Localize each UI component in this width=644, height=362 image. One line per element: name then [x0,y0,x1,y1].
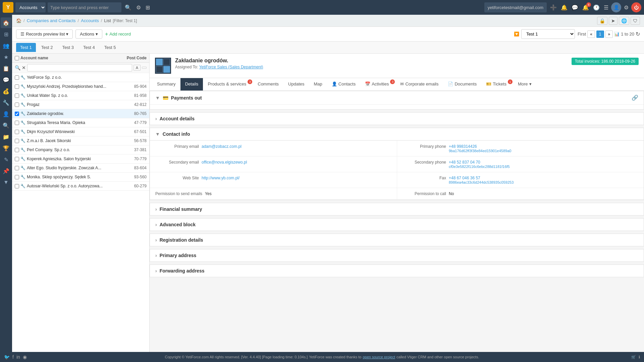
row-checkbox[interactable] [15,112,19,116]
row-checkbox[interactable] [15,148,19,152]
list-search-icon[interactable]: 🔍 [15,65,20,70]
tab-test4[interactable]: Test 4 [79,43,99,52]
list-item[interactable]: 🔧 Unikat Water Sp. z o.o. 81-958 [12,91,149,100]
list-item[interactable]: 🔧 Myszyński Andrzej. Przedsiębiorstwo ha… [12,82,149,91]
search-input[interactable] [48,2,121,12]
breadcrumb-shield-icon[interactable]: 🛡 [631,17,640,25]
user-email-button[interactable]: yetiforcetestmail@gmail.com [484,2,547,12]
grid-view-icon[interactable]: ⊞ [144,3,151,12]
row-checkbox[interactable] [15,166,19,170]
row-wrench-button[interactable]: 🔧 [20,129,25,134]
tab-contacts[interactable]: 👤 Contacts [327,78,360,90]
records-preview-button[interactable]: ☰ Records preview list ▾ [16,29,73,39]
row-checkbox[interactable] [15,121,19,125]
row-wrench-button[interactable]: 🔧 [20,111,25,116]
list-item[interactable]: 🔧 Koperek Agnieszka. Salon fryzjerski 70… [12,155,149,164]
breadcrumb-home[interactable]: 🏠 [16,18,21,23]
tab-comments[interactable]: Comments [253,78,283,90]
tab-documents[interactable]: 📄 Documents [443,78,481,90]
row-checkbox[interactable] [15,130,19,134]
list-search-input[interactable] [27,64,132,71]
cart-icon[interactable]: 🛒 [631,355,636,359]
forwarding-address-header[interactable]: › Forwarding address [150,265,644,277]
sidebar-item-files[interactable]: 📁 [1,131,11,142]
sidebar-item-dashboard[interactable]: ⊞ [1,29,11,40]
account-details-header[interactable]: › Account details [150,113,644,125]
sidebar-item-contacts[interactable]: 👥 [1,40,11,51]
sidebar-item-awards[interactable]: 🏆 [1,143,11,154]
financial-summary-header[interactable]: › Financial summary [150,203,644,215]
tab-tickets[interactable]: 🎫 Tickets 1 [481,78,513,90]
history-icon[interactable]: 🕐 [592,3,601,12]
sidebar-item-home[interactable]: 🏠 [1,17,11,28]
sidebar-item-finance[interactable]: 💰 [1,86,11,97]
secondary-email-link[interactable]: office@nova.elgiszewo.pl [202,160,247,165]
row-wrench-button[interactable]: 🔧 [20,147,25,152]
row-wrench-button[interactable]: 🔧 [20,120,25,125]
footer-oss-link[interactable]: open source project [363,355,395,359]
contact-info-header[interactable]: ▼ Contact info [150,128,644,140]
row-wrench-button[interactable]: 🔧 [20,166,25,170]
breadcrumb-accounts[interactable]: Accounts [81,18,99,23]
linkedin-icon[interactable]: in [16,354,20,360]
notification-badge-button[interactable]: 🔔 6 [581,3,590,12]
module-select[interactable]: Accounts [15,2,46,12]
row-checkbox[interactable] [15,175,19,179]
rss-icon[interactable]: ◉ [23,354,27,360]
sidebar-item-user[interactable]: 👤 [1,109,11,119]
payments-link-icon[interactable]: 🔗 [632,95,638,101]
fax-hash[interactable]: 8986ea4ac33c6d244dc538935c059253 [449,180,514,184]
primary-address-header[interactable]: › Primary address [150,249,644,261]
layout-icon[interactable]: ☰ [602,3,610,12]
sidebar-item-down[interactable]: ▼ [1,177,11,188]
assigned-to-link[interactable]: YetiForce Sales (Sales Department) [199,65,263,69]
select-all-checkbox[interactable] [15,56,19,60]
bell-icon[interactable]: 🔔 [559,3,569,12]
row-checkbox[interactable] [15,157,19,161]
facebook-icon[interactable]: f [12,354,14,360]
row-wrench-button[interactable]: 🔧 [20,175,25,179]
current-page-button[interactable]: 1 [596,31,604,38]
row-checkbox[interactable] [15,103,19,107]
user-avatar[interactable]: 👤 [611,2,621,12]
actions-button[interactable]: Actions ▾ [75,29,102,39]
tab-updates[interactable]: Updates [283,78,309,90]
list-item-selected[interactable]: 🔧 Zakładanie ogrodów. 80-765 [12,109,149,118]
list-item[interactable]: 🔧 Progaz 42-812 [12,100,149,109]
settings-icon[interactable]: ⚙ [623,3,630,12]
primary-phone-link[interactable]: +48 998314426 [449,144,477,149]
sidebar-item-edit[interactable]: ✎ [1,154,11,165]
row-wrench-button[interactable]: 🔧 [20,157,25,161]
refresh-button[interactable]: ↻ [636,31,640,37]
chat-icon[interactable]: 💬 [570,3,580,12]
secondary-phone-hash[interactable]: cf0e3e5822f116c6ebc288d1181f16f5 [449,165,510,169]
row-wrench-button[interactable]: 🔧 [20,75,25,80]
tab-corporate-emails[interactable]: ✉ Corporate emails [395,78,443,90]
settings-gear-icon[interactable]: ⚙ [135,3,142,12]
tab-details[interactable]: Details [180,78,203,90]
list-extra-button[interactable] [142,67,147,69]
search-button[interactable]: 🔍 [123,3,133,12]
tab-map[interactable]: Map [309,78,327,90]
row-wrench-button[interactable]: 🔧 [20,184,25,188]
sidebar-item-tools[interactable]: 🔧 [1,97,11,108]
tab-test5[interactable]: Test 5 [100,43,120,52]
tab-test1[interactable]: Test 1 [16,43,36,52]
list-item[interactable]: 🔧 Autosar-Wieluński Sp. z o.o. Autoryzow… [12,182,149,191]
primary-phone-hash[interactable]: 9ba176d62ff3f38e84ed15901e4589a0 [449,149,511,153]
list-item[interactable]: 🔧 Strugalska Teresa Maria. Opieka 47-779 [12,118,149,127]
add-record-button[interactable]: + Add record [105,31,131,37]
prev-page-button[interactable]: « [587,31,595,38]
fax-link[interactable]: +48 67 046 36 57 [449,176,480,180]
breadcrumb-companies[interactable]: Companies and Contacts [27,18,76,23]
list-item[interactable]: 🔧 Dkjm Krzysztof Wiśniewski 67-501 [12,127,149,136]
breadcrumb-send-icon[interactable]: ➤ [609,17,618,25]
payments-out-header[interactable]: ▼ 💳 Payments out 🔗 [150,91,644,105]
advanced-block-header[interactable]: › Advanced block [150,219,644,231]
sidebar-item-records[interactable]: 📋 [1,63,11,74]
list-item[interactable]: 🔧 YetiForce Sp. z o.o. [12,73,149,82]
row-checkbox[interactable] [15,94,19,98]
breadcrumb-lock-icon[interactable]: 🔒 [597,17,607,25]
twitter-icon[interactable]: 🐦 [4,354,10,360]
list-clear-button[interactable]: ✕ [22,65,26,70]
